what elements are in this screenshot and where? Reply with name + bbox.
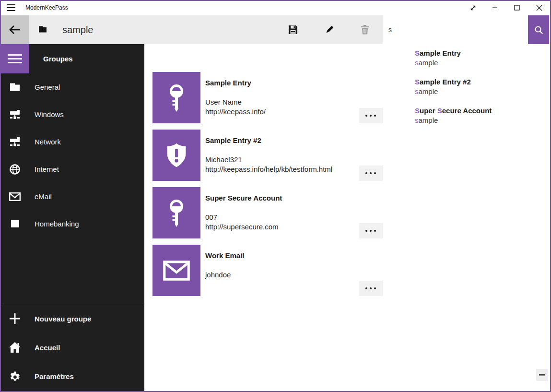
entry-title: Work Email (205, 251, 244, 260)
suggestion-title: Super Secure Account (415, 106, 550, 116)
entry-username: johndoe (205, 271, 231, 279)
plus-icon (9, 312, 21, 325)
search-suggestions: Sample Entry sample Sample Entry #2 samp… (383, 44, 550, 138)
entry-url: http://supersecure.com (205, 223, 279, 231)
app-window: ModernKeePass sample (0, 0, 551, 392)
search-input[interactable] (383, 15, 528, 44)
close-icon (536, 5, 542, 11)
entry-tile (152, 72, 200, 123)
settings-button[interactable]: Paramètres (0, 362, 144, 391)
entry-tile (152, 187, 200, 238)
sidebar-item-general[interactable]: General (0, 73, 144, 101)
sidebar-item-label: General (35, 83, 60, 91)
sidebar-item-label: Windows (35, 110, 64, 119)
minimize-button[interactable] (484, 0, 506, 15)
more-options-button[interactable] (359, 166, 383, 181)
entry-tile (152, 130, 200, 181)
save-icon (288, 25, 298, 35)
hamburger-icon (8, 54, 22, 63)
more-options-button[interactable] (359, 108, 383, 123)
minimize-icon (492, 5, 498, 11)
ellipsis-icon (365, 172, 376, 174)
more-options-button[interactable] (359, 223, 383, 238)
sidebar-footer: Nouveau groupe Accueil Paramètres (0, 304, 144, 391)
ellipsis-icon (365, 115, 376, 117)
titlebar: ModernKeePass (0, 0, 551, 15)
suggestion-subtitle: sample (415, 58, 550, 68)
ellipsis-icon (365, 230, 376, 232)
maximize-icon (514, 5, 520, 11)
gear-icon (9, 370, 21, 382)
sidebar: Groupes General Windows Network (0, 44, 144, 391)
entry-title: Super Secure Account (205, 194, 282, 202)
suggestion-item[interactable]: Super Secure Account sample (415, 106, 550, 134)
shield-icon (163, 142, 190, 169)
search-icon (534, 25, 543, 35)
mail-icon (9, 190, 21, 203)
footer-item-label: Paramètres (35, 372, 74, 380)
entry-username: 007 (205, 213, 217, 221)
window-controls (462, 0, 550, 15)
entry-title: Sample Entry (205, 79, 251, 87)
minus-icon (539, 374, 545, 376)
back-button[interactable] (0, 15, 29, 44)
sidebar-item-homebanking[interactable]: Homebanking (0, 210, 144, 238)
database-title: sample (62, 15, 93, 44)
entry-username: Michael321 (205, 155, 242, 164)
group-list: General Windows Network Internet (0, 73, 144, 238)
edit-pencil-icon (325, 25, 334, 35)
home-icon (9, 341, 21, 354)
more-options-button[interactable] (359, 281, 383, 296)
hamburger-menu-button[interactable] (0, 44, 29, 73)
hamburger-app-icon (7, 4, 15, 11)
entry-url: http://keepass.info/ (205, 107, 266, 116)
sidebar-item-label: Homebanking (35, 220, 79, 228)
back-arrow-icon (9, 25, 21, 35)
sidebar-item-network[interactable]: Network (0, 128, 144, 155)
search-button[interactable] (528, 15, 549, 44)
suggestion-item[interactable]: Sample Entry sample (415, 48, 550, 77)
network-icon (9, 108, 21, 121)
entry-row-super-secure-account[interactable]: Super Secure Account 007 http://supersec… (152, 187, 383, 238)
command-bar: sample (0, 15, 551, 44)
globe-icon (9, 163, 21, 176)
home-button[interactable]: Accueil (0, 333, 144, 362)
sidebar-item-label: eMail (35, 192, 52, 201)
key-icon (166, 199, 187, 227)
entry-title: Sample Entry #2 (205, 136, 261, 144)
entry-list: Sample Entry User Name http://keepass.in… (152, 72, 383, 302)
close-button[interactable] (528, 0, 550, 15)
fullscreen-button[interactable] (462, 0, 484, 15)
new-group-button[interactable]: Nouveau groupe (0, 304, 144, 333)
zoom-out-button[interactable] (536, 369, 548, 381)
sidebar-item-label: Internet (35, 165, 59, 173)
ellipsis-icon (365, 287, 376, 289)
entry-url: http://keepass.info/help/kb/testform.htm… (205, 165, 332, 173)
save-button[interactable] (281, 15, 305, 44)
entry-row-work-email[interactable]: Work Email johndoe (152, 245, 383, 296)
suggestion-title: Sample Entry (415, 48, 550, 58)
delete-button[interactable] (353, 15, 376, 44)
footer-item-label: Nouveau groupe (35, 315, 91, 323)
suggestion-subtitle: sample (415, 116, 550, 125)
sidebar-item-internet[interactable]: Internet (0, 155, 144, 183)
groups-heading: Groupes (43, 44, 73, 73)
entry-username: User Name (205, 98, 242, 106)
entry-tile (152, 245, 200, 296)
entry-row-sample-entry[interactable]: Sample Entry User Name http://keepass.in… (152, 72, 383, 123)
suggestion-subtitle: sample (415, 87, 550, 96)
database-icon (38, 26, 47, 33)
entry-row-sample-entry-2[interactable]: Sample Entry #2 Michael321 http://keepas… (152, 130, 383, 181)
square-icon (9, 218, 21, 230)
window-title: ModernKeePass (25, 0, 68, 15)
maximize-button[interactable] (506, 0, 528, 15)
folder-icon (9, 81, 21, 94)
sidebar-item-windows[interactable]: Windows (0, 101, 144, 128)
key-icon (166, 84, 187, 112)
trash-icon (361, 25, 369, 35)
sidebar-item-email[interactable]: eMail (0, 183, 144, 210)
suggestion-title: Sample Entry #2 (415, 77, 550, 87)
edit-button[interactable] (318, 15, 341, 44)
suggestion-item[interactable]: Sample Entry #2 sample (415, 77, 550, 106)
footer-item-label: Accueil (35, 344, 60, 352)
